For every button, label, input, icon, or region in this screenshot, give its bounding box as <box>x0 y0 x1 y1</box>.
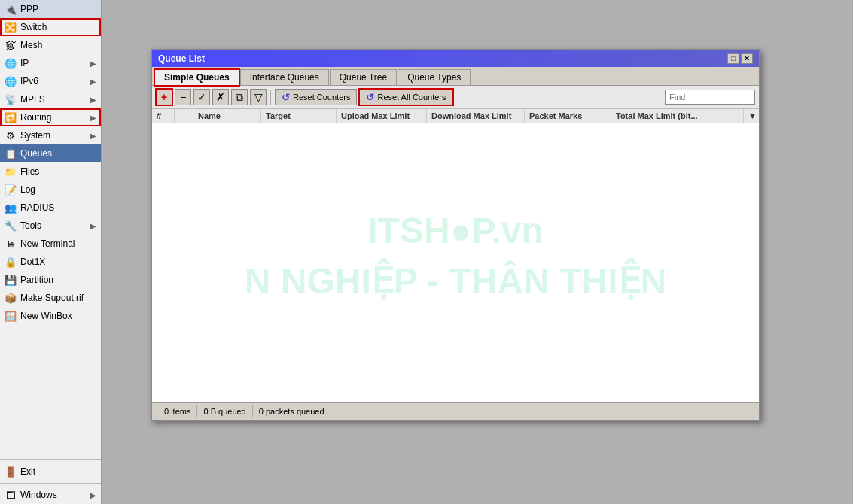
tab-queue-tree[interactable]: Queue Tree <box>330 69 397 85</box>
routing-icon: 🔁 <box>5 111 17 123</box>
col-total[interactable]: Total Max Limit (bit... <box>611 109 744 123</box>
sidebar-item-mpls[interactable]: 📡 MPLS ▶ <box>0 90 101 108</box>
windows-arrow: ▶ <box>90 491 96 499</box>
sidebar-item-log[interactable]: 📝 Log <box>0 181 101 199</box>
reset-counters-button[interactable]: ↺ Reset Counters <box>275 89 357 105</box>
sidebar-label-partition: Partition <box>20 275 96 285</box>
mpls-icon: 📡 <box>5 93 17 105</box>
add-button[interactable]: + <box>156 89 172 105</box>
sidebar-label-mesh: Mesh <box>20 40 96 50</box>
filter-button[interactable]: ▽ <box>250 89 267 105</box>
window-controls: □ ✕ <box>727 53 753 64</box>
main-content: Queue List □ ✕ Simple Queues Interface Q… <box>102 0 853 504</box>
col-hash: # <box>152 109 175 123</box>
tools-arrow: ▶ <box>90 222 96 230</box>
reset-all-counters-button[interactable]: ↺ Reset All Counters <box>359 89 452 105</box>
sidebar-label-ipv6: IPv6 <box>20 76 87 87</box>
windows-icon: 🗔 <box>5 489 17 501</box>
ip-icon: 🌐 <box>5 57 17 69</box>
routing-arrow: ▶ <box>90 114 96 122</box>
tab-simple-queues[interactable]: Simple Queues <box>154 69 239 86</box>
queue-list-window: Queue List □ ✕ Simple Queues Interface Q… <box>151 49 760 421</box>
statusbar: 0 items 0 B queued 0 packets queued <box>152 402 759 420</box>
status-queued-bytes: 0 B queued <box>197 405 252 417</box>
sidebar-item-ipv6[interactable]: 🌐 IPv6 ▶ <box>0 72 101 90</box>
tabs-row: Simple Queues Interface Queues Queue Tre… <box>152 67 759 86</box>
window-minimize-button[interactable]: □ <box>727 53 739 64</box>
window-title: Queue List <box>158 53 205 64</box>
system-arrow: ▶ <box>90 132 96 140</box>
sidebar-label-dot1x: Dot1X <box>20 257 96 267</box>
col-download[interactable]: Download Max Limit <box>427 109 525 123</box>
terminal-icon: 🖥 <box>5 238 17 250</box>
ppp-icon: 🔌 <box>5 3 17 15</box>
toolbar-separator <box>270 90 271 105</box>
sidebar-item-make-supout[interactable]: 📦 Make Supout.rif <box>0 289 101 307</box>
col-target[interactable]: Target <box>261 109 337 123</box>
mpls-arrow: ▶ <box>90 96 96 104</box>
queues-icon: 📋 <box>5 147 17 159</box>
dot1x-icon: 🔒 <box>5 256 17 268</box>
switch-icon: 🔀 <box>5 21 17 33</box>
tools-icon: 🔧 <box>5 220 17 232</box>
ipv6-arrow: ▶ <box>90 77 96 86</box>
sidebar-item-switch[interactable]: 🔀 Switch <box>0 18 101 36</box>
col-dropdown[interactable]: ▼ <box>744 109 759 123</box>
sidebar-label-files: Files <box>20 166 96 177</box>
col-name[interactable]: Name <box>193 109 261 123</box>
col-packet[interactable]: Packet Marks <box>525 109 611 123</box>
sidebar-bottom: 🚪 Exit 🗔 Windows ▶ <box>0 459 101 504</box>
sidebar-item-radius[interactable]: 👥 RADIUS <box>0 199 101 217</box>
ipv6-icon: 🌐 <box>5 75 17 87</box>
enable-button[interactable]: ✓ <box>193 89 210 105</box>
exit-icon: 🚪 <box>5 466 17 478</box>
sidebar-label-tools: Tools <box>20 220 87 231</box>
sidebar-label-new-winbox: New WinBox <box>20 311 96 321</box>
tab-queue-types[interactable]: Queue Types <box>398 69 471 85</box>
sidebar-label-radius: RADIUS <box>20 202 96 213</box>
sidebar-label-make-supout: Make Supout.rif <box>20 293 96 303</box>
sidebar-item-windows[interactable]: 🗔 Windows ▶ <box>0 486 101 504</box>
status-items: 0 items <box>158 405 197 417</box>
watermark: ITSH●P.vn N NGHIỆP - THÂN THIỆN <box>245 205 666 305</box>
remove-button[interactable]: − <box>175 89 191 105</box>
sidebar-item-files[interactable]: 📁 Files <box>0 162 101 181</box>
tab-interface-queues[interactable]: Interface Queues <box>240 69 329 85</box>
sidebar-item-ppp[interactable]: 🔌 PPP <box>0 0 101 18</box>
sidebar-label-mpls: MPLS <box>20 94 87 105</box>
supout-icon: 📦 <box>5 292 17 304</box>
window-titlebar: Queue List □ ✕ <box>152 50 759 67</box>
sidebar-item-system[interactable]: ⚙ System ▶ <box>0 126 101 144</box>
sidebar-item-new-winbox[interactable]: 🪟 New WinBox <box>0 307 101 325</box>
sidebar-label-system: System <box>20 130 87 141</box>
sidebar-item-tools[interactable]: 🔧 Tools ▶ <box>0 217 101 235</box>
sidebar-label-ip: IP <box>20 58 87 68</box>
sidebar-item-partition[interactable]: 💾 Partition <box>0 271 101 289</box>
sidebar-label-new-terminal: New Terminal <box>20 238 96 249</box>
winbox-icon: 🪟 <box>5 310 17 322</box>
copy-button[interactable]: ⧉ <box>231 89 248 105</box>
table-container: ITSH●P.vn N NGHIỆP - THÂN THIỆN # Name T… <box>152 109 759 402</box>
sidebar-item-ip[interactable]: 🌐 IP ▶ <box>0 54 101 72</box>
sidebar-item-routing[interactable]: 🔁 Routing ▶ <box>0 108 101 126</box>
sidebar-label-routing: Routing <box>20 112 87 123</box>
window-close-button[interactable]: ✕ <box>741 53 753 64</box>
ip-arrow: ▶ <box>90 59 96 68</box>
sidebar-item-mesh[interactable]: 🕸 Mesh <box>0 36 101 54</box>
disable-button[interactable]: ✗ <box>212 89 229 105</box>
search-input[interactable] <box>665 90 755 105</box>
partition-icon: 💾 <box>5 274 17 286</box>
files-icon: 📁 <box>5 165 17 178</box>
sidebar-label-exit: Exit <box>20 466 96 477</box>
sidebar-item-dot1x[interactable]: 🔒 Dot1X <box>0 253 101 271</box>
col-upload[interactable]: Upload Max Limit <box>337 109 427 123</box>
sidebar-item-exit[interactable]: 🚪 Exit <box>0 463 101 481</box>
sidebar-label-log: Log <box>20 184 96 195</box>
mesh-icon: 🕸 <box>5 39 17 51</box>
status-queued-packets: 0 packets queued <box>253 405 331 417</box>
toolbar: + − ✓ ✗ ⧉ ▽ ↺ Reset Counters ↺ <box>152 86 759 109</box>
radius-icon: 👥 <box>5 202 17 214</box>
sidebar-item-new-terminal[interactable]: 🖥 New Terminal <box>0 235 101 253</box>
sidebar-item-queues[interactable]: 📋 Queues <box>0 144 101 162</box>
col-check <box>175 109 193 123</box>
